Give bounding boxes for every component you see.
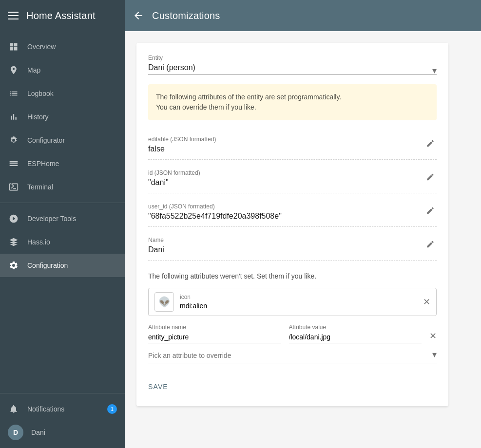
history-icon <box>8 111 19 123</box>
notifications-icon <box>8 403 19 415</box>
attr-label-editable: editable (JSON formatted) <box>148 136 417 143</box>
sidebar-item-configuration[interactable]: Configuration <box>0 254 125 277</box>
sidebar-item-developer-tools[interactable]: Developer Tools <box>0 207 125 230</box>
entity-select-wrapper[interactable]: Dani (person) ▾ <box>148 63 437 75</box>
sidebar-item-notifications[interactable]: Notifications 1 <box>0 397 125 421</box>
attr-label-user-id: user_id (JSON formatted) <box>148 203 417 210</box>
grid-icon <box>8 41 19 53</box>
attr-value-user-id: "68fa5522b25e4f719fdfe20a398f508e" <box>148 212 417 221</box>
menu-icon[interactable] <box>8 12 19 19</box>
sidebar-bottom: Notifications 1 D Dani <box>0 389 125 448</box>
sidebar-item-configurator[interactable]: Configurator <box>0 129 125 152</box>
icon-input[interactable] <box>180 302 277 310</box>
sidebar-item-overview[interactable]: Overview <box>0 35 125 58</box>
icon-remove-button[interactable]: ✕ <box>423 297 430 307</box>
esphome-icon <box>8 158 19 169</box>
icon-input-group: icon <box>180 294 417 310</box>
attr-value-id: "dani" <box>148 178 417 187</box>
developer-tools-icon <box>8 213 19 224</box>
sidebar-item-label-history: History <box>27 113 49 121</box>
attr-label-id: id (JSON formatted) <box>148 169 417 176</box>
edit-button-user-id[interactable] <box>424 205 437 220</box>
programmatic-info-line2: You can override them if you like. <box>156 102 429 112</box>
attribute-value-label: Attribute value <box>289 324 422 331</box>
attr-row-name: Name Dani <box>148 231 437 261</box>
configurator-icon <box>8 134 19 146</box>
sidebar-item-logbook[interactable]: Logbook <box>0 82 125 105</box>
hass-io-icon <box>8 236 19 248</box>
map-icon <box>8 64 19 76</box>
app-title: Home Assistant <box>26 10 96 21</box>
notification-badge: 1 <box>107 404 117 414</box>
sidebar-item-label-notifications: Notifications <box>27 405 64 413</box>
attr-value-name: Dani <box>148 245 417 254</box>
attribute-pair-remove-button[interactable]: ✕ <box>429 331 437 341</box>
sidebar-item-label-configuration: Configuration <box>27 261 68 269</box>
alien-icon: 👽 <box>158 296 171 308</box>
attr-row-user-id: user_id (JSON formatted) "68fa5522b25e4f… <box>148 197 437 227</box>
main-content: Customizations Entity Dani (person) ▾ Th… <box>125 0 481 448</box>
unset-section-title: The following attributes weren't set. Se… <box>148 272 437 280</box>
sidebar-item-label-map: Map <box>27 66 40 74</box>
customization-card: Entity Dani (person) ▾ The following att… <box>136 43 448 406</box>
save-bar: SAVE <box>148 375 437 394</box>
page-title: Customizations <box>152 10 220 21</box>
attr-value-editable: false <box>148 145 417 153</box>
unset-section-header: The following attributes weren't set. Se… <box>148 272 437 280</box>
attribute-pair-row: Attribute name Attribute value ✕ <box>148 324 437 343</box>
sidebar-item-history[interactable]: History <box>0 105 125 129</box>
configuration-icon <box>8 260 19 271</box>
attr-row-editable: editable (JSON formatted) false <box>148 130 437 160</box>
sidebar-item-label-terminal: Terminal <box>27 183 53 191</box>
sidebar-item-user[interactable]: D Dani <box>0 421 125 444</box>
sidebar-divider <box>0 203 125 203</box>
sidebar: Home Assistant Overview Map Logbook <box>0 0 125 448</box>
topbar: Customizations <box>125 0 481 31</box>
sidebar-item-label-overview: Overview <box>27 43 56 51</box>
attribute-name-col: Attribute name <box>148 324 281 343</box>
sidebar-item-label-logbook: Logbook <box>27 90 54 97</box>
pick-attribute-chevron-icon: ▾ <box>432 349 437 360</box>
attr-row-id: id (JSON formatted) "dani" <box>148 164 437 193</box>
sidebar-item-label-esphome: ESPHome <box>27 160 59 168</box>
entity-select[interactable]: Dani (person) <box>148 63 437 72</box>
sidebar-header: Home Assistant <box>0 0 125 31</box>
edit-button-id[interactable] <box>424 171 437 186</box>
icon-field-label: icon <box>180 294 417 300</box>
programmatic-info-box: The following attributes of the entity a… <box>148 84 437 120</box>
sidebar-nav: Overview Map Logbook History <box>0 31 125 389</box>
attribute-value-col: Attribute value <box>289 324 422 343</box>
attribute-name-input[interactable] <box>148 333 281 343</box>
programmatic-info-line1: The following attributes of the entity a… <box>156 92 429 102</box>
sidebar-item-map[interactable]: Map <box>0 58 125 82</box>
sidebar-item-hass-io[interactable]: Hass.io <box>0 230 125 254</box>
edit-button-editable[interactable] <box>424 137 437 152</box>
edit-button-name[interactable] <box>424 238 437 253</box>
sidebar-item-esphome[interactable]: ESPHome <box>0 152 125 175</box>
icon-row: 👽 icon ✕ <box>148 288 437 316</box>
attribute-value-input[interactable] <box>289 333 422 343</box>
back-button[interactable] <box>133 10 144 21</box>
terminal-icon <box>8 181 19 193</box>
programmatic-attrs: editable (JSON formatted) false id (JSON… <box>148 130 437 261</box>
sidebar-item-label-hass-io: Hass.io <box>27 238 50 246</box>
pick-attribute-input[interactable] <box>148 352 437 359</box>
content-area: Entity Dani (person) ▾ The following att… <box>125 31 481 448</box>
sidebar-item-terminal[interactable]: Terminal <box>0 175 125 199</box>
icon-preview: 👽 <box>154 292 174 312</box>
attribute-name-label: Attribute name <box>148 324 281 331</box>
entity-label: Entity <box>148 55 437 61</box>
sidebar-item-label-developer-tools: Developer Tools <box>27 215 76 223</box>
entity-field-group: Entity Dani (person) ▾ <box>148 55 437 75</box>
sidebar-item-label-configurator: Configurator <box>27 136 65 144</box>
sidebar-user-label: Dani <box>31 429 45 436</box>
pick-attribute-wrapper: ▾ <box>148 351 437 363</box>
sidebar-bottom-divider <box>0 393 125 393</box>
attr-label-name: Name <box>148 237 417 243</box>
logbook-icon <box>8 88 19 99</box>
save-button[interactable]: SAVE <box>148 379 168 394</box>
avatar: D <box>8 425 23 440</box>
